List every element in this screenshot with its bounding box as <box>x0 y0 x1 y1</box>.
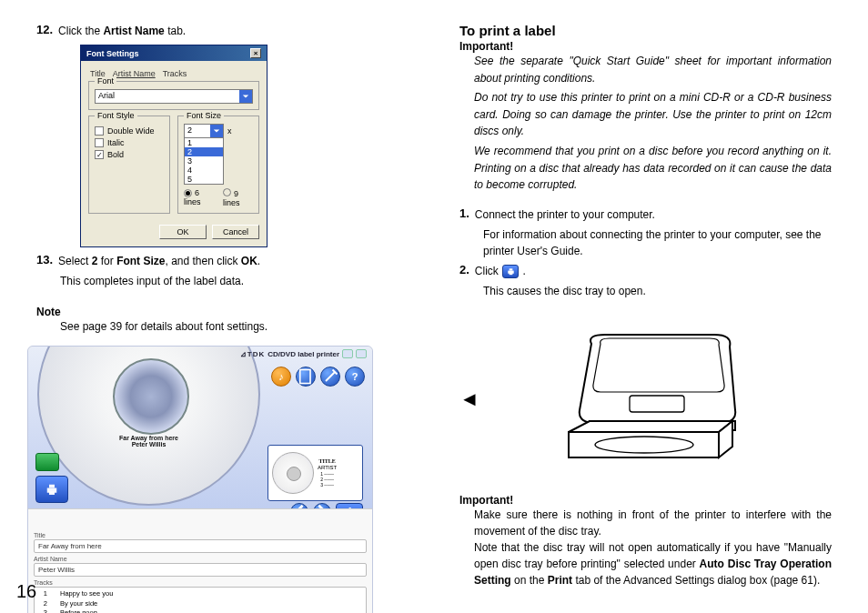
font-size-label: Font Size <box>184 111 224 120</box>
text: tab. <box>165 25 186 37</box>
label-app-window: Far Away from here Peter Willis ⊿TDK CD/… <box>27 346 373 613</box>
checkbox-italic[interactable]: Italic <box>95 138 164 147</box>
text: Click the <box>58 25 103 37</box>
ok-button[interactable]: OK <box>159 225 207 239</box>
checkbox-label: Bold <box>107 150 124 159</box>
printer-illustration <box>537 330 773 476</box>
text-bold: Artist Name <box>103 25 164 37</box>
close-icon[interactable]: × <box>250 48 261 58</box>
important-heading-2: Important! <box>459 494 832 507</box>
font-size-list[interactable]: 1 2 3 4 5 <box>184 138 224 185</box>
preview-artist-label: ARTIST <box>318 465 337 471</box>
page-number: 16 <box>16 581 36 602</box>
print-icon[interactable] <box>502 265 519 278</box>
font-group-label: Font <box>95 76 116 85</box>
font-size-value: 2 <box>185 125 210 137</box>
new-icon[interactable] <box>296 367 316 387</box>
radio-9-lines[interactable]: 9 lines <box>223 188 253 207</box>
step-13-text: Select 2 for Font Size, and then click O… <box>58 253 260 269</box>
chevron-down-icon[interactable] <box>239 90 252 103</box>
step-12-text: Click the Artist Name tab. <box>58 23 186 39</box>
size-option[interactable]: 1 <box>185 138 223 147</box>
radio-6-lines[interactable]: 6 lines <box>184 188 214 207</box>
cancel-button[interactable]: Cancel <box>212 225 259 239</box>
svg-rect-5 <box>509 268 512 270</box>
step-1-sub: For information about connecting the pri… <box>459 226 832 259</box>
step-13-number: 13. <box>36 253 53 269</box>
size-x-label: x <box>227 126 232 136</box>
step-2-number: 2. <box>459 263 469 279</box>
important-p2: Do not try to use this printer to print … <box>459 89 832 140</box>
eject-button[interactable] <box>35 453 59 471</box>
text-bold: Print <box>548 574 572 587</box>
title-field-label: Title <box>34 532 367 538</box>
disc-icon <box>272 452 314 494</box>
music-note-icon[interactable]: ♪ <box>271 367 291 387</box>
track-num: 3 <box>38 608 47 613</box>
svg-rect-9 <box>630 396 684 412</box>
help-icon[interactable]: ? <box>345 367 365 387</box>
chevron-down-icon[interactable] <box>210 125 223 137</box>
note-heading: Note <box>36 306 409 318</box>
text: Click <box>475 265 501 277</box>
step-2-text: Click . <box>475 263 526 279</box>
artist-field[interactable]: Peter Willis <box>34 563 367 577</box>
size-option[interactable]: 5 <box>185 175 223 184</box>
label-preview-small[interactable]: TITLE ARTIST 1 ───2 ───3 ─── <box>267 445 363 501</box>
font-combo-value: Arial <box>96 90 239 103</box>
print-button[interactable] <box>35 476 68 503</box>
size-option[interactable]: 4 <box>185 166 223 175</box>
important2-p1: Make sure there is nothing in front of t… <box>459 507 832 539</box>
step-13-sub: This completes input of the label data. <box>36 273 409 289</box>
checkbox-icon <box>95 126 104 136</box>
prev-template-icon[interactable] <box>290 503 308 508</box>
tool-icon[interactable] <box>320 367 340 387</box>
tracks-field-label: Tracks <box>34 579 367 586</box>
track-row: 2By your side <box>38 599 362 609</box>
text-bold: OK <box>241 255 257 267</box>
track-row: 3Before noon <box>38 608 362 613</box>
disc-preview-big[interactable]: Far Away from here Peter Willis <box>37 347 260 506</box>
track-num: 2 <box>38 599 47 609</box>
track-row: 1Happy to see you <box>38 589 362 599</box>
checkbox-label: Double Wide <box>107 126 155 136</box>
text: . <box>257 255 260 267</box>
checkbox-label: Italic <box>107 138 125 147</box>
step-1-number: 1. <box>459 206 469 223</box>
step-1-text: Connect the printer to your computer. <box>475 206 655 223</box>
arrow-left-icon: ◄ <box>459 387 479 411</box>
dialog-title: Font Settings <box>86 49 139 58</box>
svg-rect-0 <box>300 370 310 384</box>
font-settings-dialog: Font Settings × Title Artist Name Tracks… <box>80 45 267 247</box>
step-12-number: 12. <box>36 23 53 39</box>
size-option-selected[interactable]: 2 <box>185 147 223 156</box>
note-text: See page 39 for details about font setti… <box>36 318 409 335</box>
checkbox-doublewide[interactable]: Double Wide <box>95 126 164 136</box>
artist-field-label: Artist Name <box>34 556 367 562</box>
preview-tracks: 1 ───2 ───3 ─── <box>318 471 337 487</box>
track-title: Happy to see you <box>60 589 113 599</box>
tab-tracks[interactable]: Tracks <box>163 69 187 78</box>
checkbox-icon <box>95 138 104 147</box>
tab-artist-name[interactable]: Artist Name <box>113 69 156 78</box>
size-option[interactable]: 3 <box>185 156 223 166</box>
font-size-combo[interactable]: 2 <box>184 124 224 138</box>
title-field[interactable]: Far Away from here <box>34 539 367 553</box>
important-p1: See the separate "Quick Start Guide" she… <box>459 53 832 86</box>
radio-icon <box>223 188 231 196</box>
checkbox-bold[interactable]: ✓ Bold <box>95 150 164 159</box>
close-icon[interactable] <box>356 349 367 358</box>
dialog-titlebar[interactable]: Font Settings × <box>81 45 267 61</box>
tracks-field[interactable]: 1Happy to see you 2By your side 3Before … <box>34 587 367 613</box>
svg-rect-3 <box>49 491 55 495</box>
minimize-icon[interactable] <box>342 349 353 358</box>
next-template-icon[interactable] <box>313 503 331 508</box>
font-a-button[interactable]: A <box>336 503 363 508</box>
text: tab of the Advanced Settings dialog box … <box>572 574 820 587</box>
important-p3: We recommend that you print on a disc be… <box>459 143 832 194</box>
brand-label: TDK <box>247 350 265 358</box>
text: for <box>97 255 116 267</box>
font-combo[interactable]: Arial <box>95 89 253 104</box>
section-heading: To print a label <box>459 23 832 38</box>
track-num: 1 <box>38 589 47 599</box>
